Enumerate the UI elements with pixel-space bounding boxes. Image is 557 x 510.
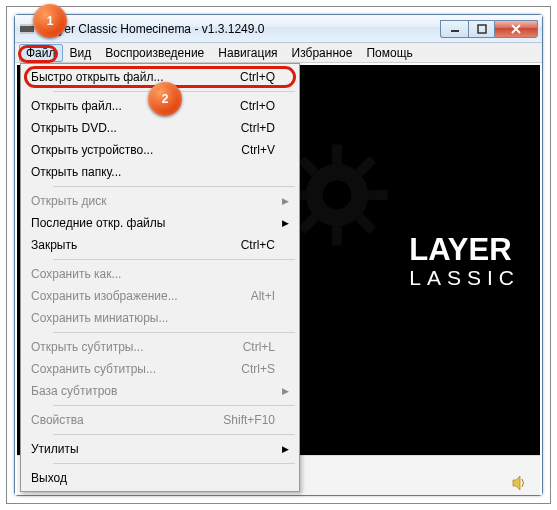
menu-row-shortcut: Alt+I [251, 289, 275, 303]
menu-row-label: База субтитров [31, 384, 275, 398]
close-button[interactable] [494, 20, 538, 38]
menu-row: Открыть субтитры...Ctrl+L [23, 336, 297, 358]
menu-row-label: Сохранить миниатюры... [31, 311, 275, 325]
menu-separator [53, 434, 295, 435]
menu-row[interactable]: Последние откр. файлы▶ [23, 212, 297, 234]
svg-rect-8 [332, 226, 342, 245]
menu-row-shortcut: Ctrl+C [241, 238, 275, 252]
menu-row[interactable]: Открыть DVD...Ctrl+D [23, 117, 297, 139]
volume-icon[interactable] [512, 475, 530, 491]
menu-row: База субтитров▶ [23, 380, 297, 402]
menu-row[interactable]: Открыть папку... [23, 161, 297, 183]
menu-favorites[interactable]: Избранное [285, 44, 360, 62]
menu-row-label: Выход [31, 471, 275, 485]
menu-row: Сохранить изображение...Alt+I [23, 285, 297, 307]
menu-row-label: Открыть субтитры... [31, 340, 243, 354]
menu-row-label: Последние откр. файлы [31, 216, 275, 230]
menu-row[interactable]: ЗакрытьCtrl+C [23, 234, 297, 256]
menu-row-label: Открыть диск [31, 194, 275, 208]
menu-row[interactable]: Утилиты▶ [23, 438, 297, 460]
menu-row-shortcut: Shift+F10 [223, 413, 275, 427]
svg-rect-7 [332, 145, 342, 164]
menu-playback[interactable]: Воспроизведение [98, 44, 211, 62]
callout-1: 1 [33, 4, 67, 38]
menu-row-label: Закрыть [31, 238, 241, 252]
callout-2: 2 [148, 82, 182, 116]
svg-rect-10 [368, 190, 387, 200]
submenu-arrow-icon: ▶ [282, 444, 289, 454]
submenu-arrow-icon: ▶ [282, 196, 289, 206]
menu-row-shortcut: Ctrl+V [241, 143, 275, 157]
svg-rect-3 [451, 30, 459, 32]
menu-row-shortcut: Ctrl+D [241, 121, 275, 135]
title-bar[interactable]: Player Classic Homecinema - v1.3.1249.0 [15, 15, 542, 43]
menu-row[interactable]: Выход [23, 467, 297, 489]
menu-row-label: Открыть DVD... [31, 121, 241, 135]
window-title: Player Classic Homecinema - v1.3.1249.0 [39, 22, 440, 36]
menu-row: Открыть диск▶ [23, 190, 297, 212]
menu-separator [53, 463, 295, 464]
menu-row-label: Сохранить изображение... [31, 289, 251, 303]
menu-row-label: Сохранить субтитры... [31, 362, 241, 376]
menu-separator [53, 186, 295, 187]
menu-row-label: Открыть папку... [31, 165, 275, 179]
submenu-arrow-icon: ▶ [282, 218, 289, 228]
svg-point-6 [323, 181, 352, 210]
file-menu-dropdown: Быстро открыть файл...Ctrl+QОткрыть файл… [20, 63, 300, 492]
menu-view[interactable]: Вид [63, 44, 99, 62]
menu-separator [53, 259, 295, 260]
menu-navigation[interactable]: Навигация [211, 44, 284, 62]
menu-row[interactable]: Открыть устройство...Ctrl+V [23, 139, 297, 161]
menu-row-label: Открыть устройство... [31, 143, 241, 157]
svg-rect-1 [20, 24, 34, 26]
menu-row: Сохранить миниатюры... [23, 307, 297, 329]
svg-rect-2 [20, 32, 34, 34]
highlight-menu-file [18, 45, 58, 63]
menu-separator [53, 405, 295, 406]
menu-row-shortcut: Ctrl+S [241, 362, 275, 376]
menu-row: Сохранить субтитры...Ctrl+S [23, 358, 297, 380]
menu-row: Сохранить как... [23, 263, 297, 285]
svg-rect-4 [478, 25, 486, 33]
logo-line2: LASSIC [409, 265, 520, 290]
menu-row-label: Сохранить как... [31, 267, 275, 281]
menu-row-shortcut: Ctrl+O [240, 99, 275, 113]
menu-help[interactable]: Помощь [359, 44, 419, 62]
maximize-button[interactable] [468, 20, 494, 38]
menu-row: СвойстваShift+F10 [23, 409, 297, 431]
menu-row-label: Утилиты [31, 442, 275, 456]
app-logo: LAYER LASSIC [409, 234, 540, 290]
logo-line1: LAYER [409, 234, 520, 265]
minimize-button[interactable] [440, 20, 468, 38]
menu-row-label: Свойства [31, 413, 223, 427]
menu-separator [53, 332, 295, 333]
menu-row-label: Открыть файл... [31, 99, 240, 113]
submenu-arrow-icon: ▶ [282, 386, 289, 396]
menu-row-shortcut: Ctrl+L [243, 340, 275, 354]
menu-bar: Файл Вид Воспроизведение Навигация Избра… [15, 43, 542, 63]
